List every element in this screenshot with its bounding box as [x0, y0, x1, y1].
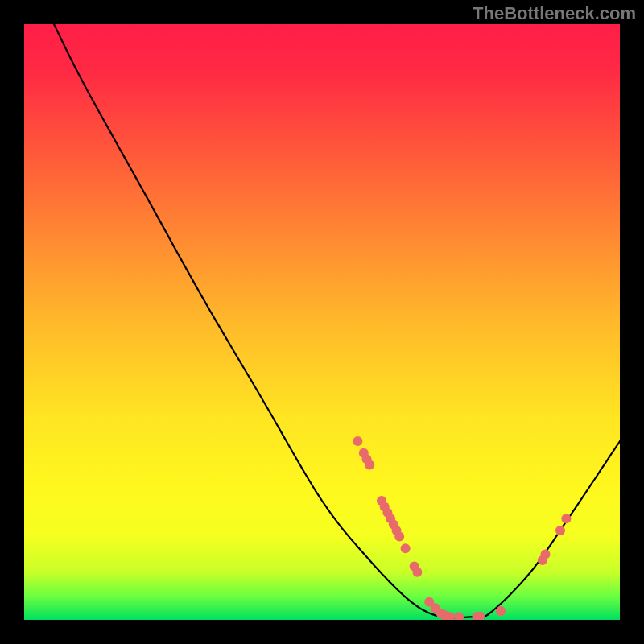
- data-point: [454, 612, 464, 620]
- watermark-text: TheBottleneck.com: [473, 3, 636, 24]
- data-point: [541, 550, 551, 559]
- data-point: [365, 460, 374, 470]
- data-point: [401, 543, 411, 553]
- data-point: [555, 526, 565, 535]
- data-point: [496, 606, 506, 616]
- data-point: [412, 568, 422, 577]
- highlighted-points-group: [353, 436, 571, 620]
- data-point: [394, 531, 404, 541]
- data-point: [561, 514, 571, 523]
- plot-area: [24, 24, 620, 620]
- curve-svg: [24, 24, 620, 620]
- bottleneck-curve: [54, 24, 620, 618]
- data-point: [353, 436, 362, 446]
